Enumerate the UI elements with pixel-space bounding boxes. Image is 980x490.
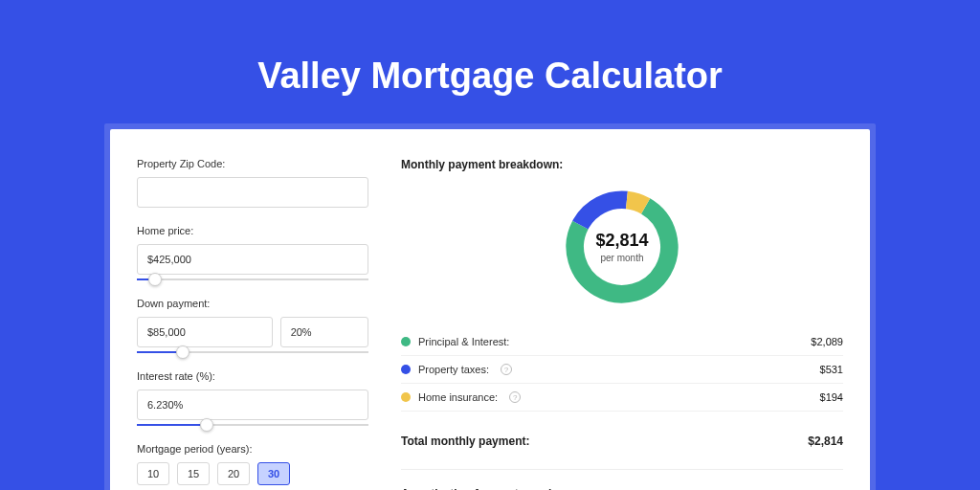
legend-row: Home insurance:?$194 xyxy=(401,384,843,412)
legend-label: Home insurance: xyxy=(418,391,498,403)
donut-sub: per month xyxy=(600,253,643,263)
down-payment-group: Down payment: xyxy=(137,298,368,353)
down-payment-slider[interactable] xyxy=(137,351,368,353)
period-label: Mortgage period (years): xyxy=(137,443,368,455)
inputs-column: Property Zip Code: Home price: Down paym… xyxy=(137,158,368,490)
donut-chart: $2,814 per month xyxy=(560,185,684,309)
legend-dot xyxy=(401,337,411,346)
donut-amount: $2,814 xyxy=(595,231,648,251)
legend-value: $194 xyxy=(820,391,843,403)
interest-slider[interactable] xyxy=(137,424,368,426)
interest-input[interactable] xyxy=(137,390,368,420)
zip-input[interactable] xyxy=(137,177,368,208)
legend-dot xyxy=(401,392,411,402)
total-row: Total monthly payment: $2,814 xyxy=(401,429,843,448)
home-price-input[interactable] xyxy=(137,244,368,275)
legend-label: Property taxes: xyxy=(418,364,489,375)
info-icon[interactable]: ? xyxy=(501,364,512,375)
period-option-10[interactable]: 10 xyxy=(137,462,169,485)
legend-row: Principal & Interest:$2,089 xyxy=(401,328,843,356)
total-value: $2,814 xyxy=(808,434,843,448)
legend-dot xyxy=(401,365,411,374)
interest-slider-fill xyxy=(137,424,207,426)
legend-left: Principal & Interest: xyxy=(401,336,509,347)
interest-slider-handle[interactable] xyxy=(200,418,213,432)
breakdown-column: Monthly payment breakdown: $2,814 per mo… xyxy=(401,158,843,490)
amortization-section: Amortization for mortgage loan Amortizat… xyxy=(401,469,843,490)
zip-label: Property Zip Code: xyxy=(137,158,368,169)
legend-value: $531 xyxy=(820,364,843,375)
home-price-slider-handle[interactable] xyxy=(148,273,162,286)
legend: Principal & Interest:$2,089Property taxe… xyxy=(401,328,843,412)
period-option-20[interactable]: 20 xyxy=(217,462,250,485)
legend-left: Home insurance:? xyxy=(401,391,521,403)
down-payment-pct-input[interactable] xyxy=(280,317,368,347)
period-option-30[interactable]: 30 xyxy=(257,462,290,485)
down-payment-slider-handle[interactable] xyxy=(176,345,189,359)
calculator-outer-panel: Property Zip Code: Home price: Down paym… xyxy=(104,123,876,490)
home-price-slider[interactable] xyxy=(137,278,368,280)
legend-value: $2,089 xyxy=(811,336,843,347)
home-price-label: Home price: xyxy=(137,225,368,236)
donut-chart-wrap: $2,814 per month xyxy=(401,185,843,309)
legend-left: Property taxes:? xyxy=(401,364,512,375)
interest-label: Interest rate (%): xyxy=(137,370,368,382)
down-payment-amount-input[interactable] xyxy=(137,317,273,347)
total-label: Total monthly payment: xyxy=(401,434,529,448)
zip-group: Property Zip Code: xyxy=(137,158,368,208)
down-payment-label: Down payment: xyxy=(137,298,368,309)
period-options: 10152030 xyxy=(137,462,368,485)
calculator-panel: Property Zip Code: Home price: Down paym… xyxy=(110,129,870,490)
info-icon[interactable]: ? xyxy=(509,391,521,403)
breakdown-title: Monthly payment breakdown: xyxy=(401,158,843,171)
legend-row: Property taxes:?$531 xyxy=(401,356,843,384)
page-title: Valley Mortgage Calculator xyxy=(0,0,980,123)
interest-group: Interest rate (%): xyxy=(137,370,368,426)
legend-label: Principal & Interest: xyxy=(418,336,509,347)
period-group: Mortgage period (years): 10152030 xyxy=(137,443,368,485)
home-price-group: Home price: xyxy=(137,225,368,280)
donut-center: $2,814 per month xyxy=(560,185,684,309)
period-option-15[interactable]: 15 xyxy=(177,462,210,485)
